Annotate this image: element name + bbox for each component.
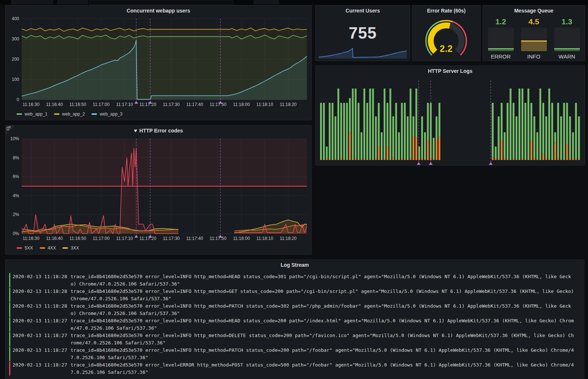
legend-swatch [17, 247, 22, 249]
svg-text:11:17:50: 11:17:50 [209, 236, 226, 241]
legend-label: web_app_3 [100, 111, 122, 117]
queue-value: 4.5 [528, 17, 539, 26]
log-row: 2020-02-13 11:18:28trace_id=8b41680e2d53… [9, 273, 575, 287]
queue-gauge-info: 4.5INFO [521, 17, 547, 60]
log-level-bar [9, 288, 10, 302]
legend-label: 5XX [25, 245, 33, 251]
log-message: trace_id=8b41680e2d53e570 error_level=IN… [71, 273, 575, 287]
svg-text:11:18:00: 11:18:00 [233, 102, 250, 107]
legend-item-web_app_1[interactable]: web_app_1 [17, 111, 47, 117]
panel-title-concurrent-webapp-users[interactable]: Concurrent webapp users [6, 6, 311, 16]
svg-text:11:18:10: 11:18:10 [257, 236, 273, 241]
svg-text:11:16:30: 11:16:30 [23, 102, 40, 107]
log-row: 2020-02-13 11:18:27trace_id=8b41680e2d53… [9, 332, 575, 346]
legend-item-3XX[interactable]: 3XX [62, 245, 79, 251]
external-link-icon [7, 126, 11, 130]
panel-title-message-queue[interactable]: Message Queue [483, 6, 585, 16]
legend-swatch [62, 247, 68, 249]
panel-link-corner[interactable] [6, 125, 15, 135]
panel-title-log-stream[interactable]: Log Stream [6, 260, 584, 270]
log-message: trace_id=8b41680e2d53e570 error_level=IN… [71, 288, 575, 302]
log-row: 2020-02-13 11:18:28trace_id=8b41680e2d53… [9, 288, 575, 302]
panel-title-http-server-logs[interactable]: HTTP Server Logs [316, 66, 585, 76]
log-row: 2020-02-13 11:18:28trace_id=8b41680e2d53… [9, 302, 575, 317]
panel-error-rate: Error Rate (60s) 2.2 [412, 5, 481, 61]
queue-label: ERROR [491, 53, 510, 60]
legend-swatch [54, 113, 60, 115]
panel-message-queue: Message Queue 1.2ERROR4.5INFO1.3WARN [483, 5, 585, 61]
legend-swatch [92, 113, 97, 115]
log-row: 2020-02-13 11:18:27trace_id=8b41680e2d53… [9, 347, 575, 361]
queue-bar [554, 28, 580, 51]
log-level-bar [9, 302, 10, 317]
error-rate-value: 2.2 [440, 43, 453, 54]
queue-value: 1.2 [495, 17, 506, 26]
legend-swatch [40, 247, 45, 249]
svg-text:4%: 4% [13, 193, 19, 198]
http-error-codes-chart: 11:16:3011:16:4011:16:5011:17:0011:17:10… [7, 136, 311, 243]
log-message: trace_id=8b41680e2d53e570 error_level=IN… [71, 347, 575, 361]
log-timestamp: 2020-02-13 11:18:27 [12, 347, 67, 361]
log-timestamp: 2020-02-13 11:18:27 [12, 332, 67, 346]
log-timestamp: 2020-02-13 11:18:28 [12, 302, 67, 317]
legend-item-web_app_3[interactable]: web_app_3 [92, 111, 122, 117]
queue-gauge-warn: 1.3WARN [554, 17, 580, 60]
log-level-bar [9, 361, 10, 376]
svg-text:400: 400 [12, 16, 19, 21]
http-server-logs-chart [317, 76, 584, 165]
log-row: 2020-02-13 11:18:27trace_id=8b41680e2d53… [9, 361, 575, 376]
current-users-sparkline [319, 43, 407, 59]
svg-text:200: 200 [12, 57, 19, 62]
error-rate-gauge: 2.2 [412, 16, 480, 60]
legend-label: web_app_2 [62, 111, 85, 117]
queue-bar [521, 28, 547, 51]
svg-text:11:17:10: 11:17:10 [116, 102, 133, 107]
svg-text:2%: 2% [13, 212, 19, 217]
log-level-bar [9, 317, 10, 332]
svg-text:11:17:00: 11:17:00 [93, 236, 110, 241]
panel-log-stream: Log Stream 2020-02-13 11:18:28trace_id=8… [5, 259, 584, 379]
queue-value: 1.3 [562, 17, 572, 26]
svg-text:11:17:40: 11:17:40 [186, 102, 203, 107]
log-timestamp: 2020-02-13 11:18:28 [12, 273, 67, 287]
legend-label: web_app_1 [25, 111, 47, 117]
log-message: trace_id=8b41680e2d53e570 error_level=ER… [71, 361, 575, 376]
svg-text:11:17:20: 11:17:20 [140, 102, 157, 107]
svg-text:11:18:10: 11:18:10 [257, 102, 273, 107]
message-queue-gauges: 1.2ERROR4.5INFO1.3WARN [483, 17, 585, 60]
svg-text:0%: 0% [13, 231, 19, 236]
svg-text:11:17:50: 11:17:50 [209, 102, 226, 107]
log-timestamp: 2020-02-13 11:18:27 [12, 317, 67, 332]
legend-item-4XX[interactable]: 4XX [40, 245, 56, 251]
panel-current-users: Current Users 755 [315, 5, 410, 61]
panel-title-error-rate[interactable]: Error Rate (60s) [412, 6, 480, 16]
svg-text:11:17:30: 11:17:30 [163, 236, 180, 241]
svg-text:11:16:40: 11:16:40 [46, 236, 63, 241]
log-rows: 2020-02-13 11:18:28trace_id=8b41680e2d53… [6, 270, 584, 376]
svg-text:6%: 6% [13, 174, 19, 179]
annotation-marker[interactable] [429, 81, 433, 165]
log-level-bar [9, 332, 10, 346]
legend-item-web_app_2[interactable]: web_app_2 [54, 111, 85, 117]
svg-text:300: 300 [12, 36, 19, 42]
panel-title-current-users[interactable]: Current Users [316, 6, 410, 16]
http-error-codes-legend: 5XX4XX3XX [6, 243, 311, 253]
log-message: trace_id=8b41680e2d53e570 error_level=IN… [71, 332, 575, 346]
legend-item-5XX[interactable]: 5XX [17, 245, 33, 251]
log-message: trace_id=8b41680e2d53e570 error_level=IN… [71, 317, 575, 332]
panel-http-server-logs: HTTP Server Logs [315, 65, 585, 166]
svg-text:11:17:40: 11:17:40 [186, 236, 203, 241]
svg-text:11:18:00: 11:18:00 [233, 236, 250, 241]
log-row: 2020-02-13 11:18:27trace_id=8b41680e2d53… [9, 317, 575, 332]
panel-title-http-error-codes[interactable]: ♥HTTP Error codes [6, 125, 311, 136]
panel-http-error-codes: ♥HTTP Error codes 11:16:3011:16:4011:16:… [5, 125, 312, 255]
queue-label: INFO [527, 53, 541, 60]
svg-text:11:17:20: 11:17:20 [140, 236, 157, 241]
toolbar-box [57, 0, 88, 4]
toolbar-box [89, 0, 233, 5]
legend-swatch [17, 113, 22, 115]
queue-bar [488, 28, 514, 51]
svg-text:11:17:10: 11:17:10 [116, 236, 133, 241]
log-timestamp: 2020-02-13 11:18:27 [12, 361, 67, 376]
svg-text:11:18:20: 11:18:20 [280, 102, 297, 107]
